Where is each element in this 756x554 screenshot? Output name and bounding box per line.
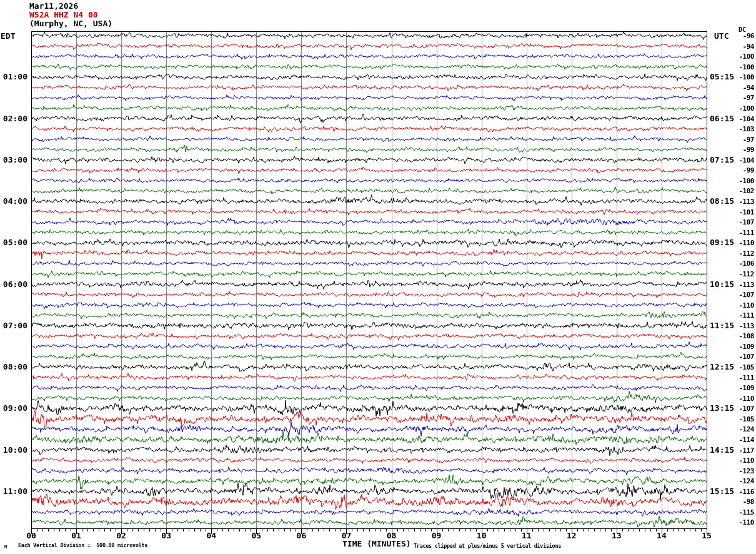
title-date: Mar11,2026 [29, 2, 78, 11]
utc-time-label: 07:15 [710, 156, 734, 164]
dc-offset-value: -103 [739, 126, 755, 133]
x-tick-label: 14 [657, 531, 667, 540]
dc-offset-value: -111 [739, 229, 755, 236]
dc-offset-value: -123 [739, 468, 755, 475]
x-axis-title: TIME (MINUTES) [342, 539, 411, 548]
x-tick-label: 00 [26, 531, 36, 540]
dc-offset-value: -97 [743, 136, 754, 143]
dc-offset-value: -97 [743, 94, 754, 101]
utc-time-label: 05:15 [710, 73, 734, 81]
edt-header: EDT [1, 31, 15, 41]
utc-time-label: 09:15 [710, 238, 734, 246]
x-tick-label: 05 [252, 531, 262, 540]
dc-offset-value: -105 [739, 364, 755, 371]
x-tick-label: 10 [477, 531, 487, 540]
dc-offset-value: -110 [739, 457, 755, 464]
edt-time-label: 08:00 [0, 363, 27, 371]
utc-time-label: 14:15 [710, 446, 734, 454]
utc-time-label: 06:15 [710, 114, 734, 123]
scale-note: Each Vertical Division = 500.00 microvol… [18, 542, 147, 548]
dc-offset-value: -104 [739, 157, 755, 164]
dc-offset-value: -94 [743, 43, 754, 50]
edt-time-label: 09:00 [0, 404, 27, 412]
edt-time-label: 05:00 [0, 238, 27, 246]
dc-offset-value: -100 [739, 178, 755, 184]
edt-time-label: 04:00 [0, 197, 27, 205]
dc-offset-value: -99 [743, 146, 754, 153]
dc-offset-value: -112 [739, 271, 755, 278]
utc-time-label: 13:15 [710, 404, 734, 412]
utc-time-label: 15:15 [710, 487, 734, 495]
x-tick-label: 06 [297, 531, 307, 540]
x-tick-label: 02 [116, 531, 126, 540]
utc-header: UTC [714, 31, 729, 41]
dc-offset-value: -113 [739, 323, 755, 330]
edt-time-label: 07:00 [0, 321, 27, 330]
edt-time-label: 02:00 [0, 114, 27, 123]
edt-time-label: 11:00 [0, 487, 27, 495]
dc-offset-value: -112 [739, 250, 755, 257]
utc-time-label: 12:15 [710, 363, 734, 371]
dc-offset-value: -110 [739, 519, 755, 526]
utc-time-label: 11:15 [710, 321, 734, 330]
edt-time-label: 06:00 [0, 280, 27, 288]
dc-offset-value: -107 [739, 353, 755, 360]
dc-offset-value: -100 [739, 64, 755, 71]
dc-offset-value: -116 [739, 488, 755, 495]
dc-offset-value: -98 [743, 498, 754, 505]
x-tick-label: 01 [71, 531, 81, 540]
x-tick-label: 11 [522, 531, 532, 540]
clip-note: Traces clipped at plus/minus 5 vertical … [414, 543, 561, 549]
dc-offset-value: -99 [743, 167, 754, 174]
corner-glyph: M [4, 545, 7, 550]
dc-offset-value: -111 [739, 312, 755, 319]
dc-offset-value: -101 [739, 209, 755, 216]
dc-offset-value: -105 [739, 416, 755, 423]
dc-offset-value: -124 [739, 478, 755, 485]
dc-offset-value: -109 [739, 385, 755, 391]
dc-offset-value: -106 [739, 260, 755, 267]
x-tick-label: 12 [567, 531, 577, 540]
dc-offset-value: -117 [739, 447, 755, 454]
utc-time-label: 10:15 [710, 280, 734, 288]
dc-offset-value: -100 [739, 105, 755, 112]
dc-offset-value: -96 [743, 33, 754, 39]
dc-offset-value: -113 [739, 198, 755, 205]
dc-offset-value: -108 [739, 333, 755, 340]
utc-time-label: 08:15 [710, 197, 734, 205]
x-tick-label: 03 [161, 531, 171, 540]
dc-offset-value: -114 [739, 436, 755, 443]
helicorder-page: Mar11,2026 W52A HHZ N4 00 (Murphy, NC, U… [0, 0, 756, 554]
dc-offset-value: -110 [739, 302, 755, 309]
x-tick-label: 13 [612, 531, 622, 540]
edt-time-label: 03:00 [0, 156, 27, 164]
dc-offset-value: -107 [739, 219, 755, 226]
x-tick-label: 04 [206, 531, 216, 540]
dc-offset-value: -102 [739, 188, 755, 194]
dc-offset-value: -107 [739, 405, 755, 412]
dc-offset-value: -104 [739, 116, 755, 123]
title-station: W52A HHZ N4 00 [29, 11, 98, 19]
x-tick-label: 09 [432, 531, 442, 540]
seismogram-canvas [0, 0, 756, 554]
dc-offset-value: -94 [743, 84, 754, 91]
x-tick-label: 15 [702, 531, 712, 540]
dc-offset-value: -107 [739, 291, 755, 298]
edt-time-label: 10:00 [0, 446, 27, 454]
dc-offset-value: -100 [739, 53, 755, 60]
dc-offset-value: -111 [739, 375, 755, 381]
edt-time-label: 01:00 [0, 73, 27, 81]
dc-offset-value: -110 [739, 239, 755, 246]
dc-offset-value: -124 [739, 426, 755, 433]
dc-offset-value: -110 [739, 395, 755, 402]
title-location: (Murphy, NC, USA) [29, 19, 112, 28]
dc-offset-value: -113 [739, 281, 755, 288]
dc-offset-value: -115 [739, 509, 755, 516]
dc-offset-value: -109 [739, 343, 755, 350]
dc-offset-value: -100 [739, 74, 755, 81]
